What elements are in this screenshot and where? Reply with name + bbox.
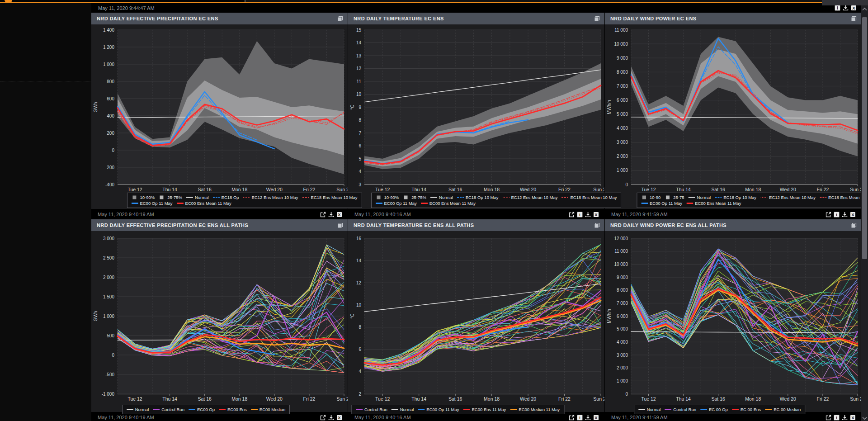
- scrollbar-thumb[interactable]: [862, 17, 867, 259]
- legend-item-10-90[interactable]: 10-90%: [131, 194, 155, 200]
- legend-item-10-90[interactable]: 10-90: [641, 194, 660, 200]
- excel-icon[interactable]: X: [593, 212, 599, 218]
- legend-item-ec18-op-10-may[interactable]: EC18 Op 10 May: [457, 194, 499, 200]
- legend-marker: [430, 195, 437, 199]
- download-icon[interactable]: [842, 415, 848, 421]
- excel-icon[interactable]: X: [593, 415, 599, 421]
- legend-item-ec00-op[interactable]: EC00 Op: [189, 407, 215, 412]
- info-icon[interactable]: i: [577, 415, 583, 421]
- legend-item-ec00-ens[interactable]: EC00 Ens: [219, 407, 247, 412]
- svg-text:i: i: [836, 416, 837, 420]
- legend-item-ec-00-median[interactable]: EC 00 Median: [765, 407, 801, 412]
- y-axis-label: MWh/h: [607, 309, 612, 323]
- download-icon[interactable]: [843, 5, 849, 11]
- legend-item-ec-00-ens[interactable]: EC 00 Ens: [732, 407, 761, 412]
- x-tick-label: Tue 12: [127, 396, 142, 402]
- legend-label: Normal: [400, 407, 414, 412]
- export-icon[interactable]: [826, 415, 831, 421]
- export-icon[interactable]: [826, 212, 831, 218]
- legend-item-10-90[interactable]: 10-90%: [376, 194, 399, 200]
- restore-icon[interactable]: [594, 222, 600, 228]
- legend-item-ec12-ens-mean-10-may[interactable]: EC12 Ens Mean 10 May: [243, 194, 298, 200]
- dashboard-header-bar: May 11, 2020 9:44:47 AM iX: [91, 3, 861, 13]
- legend-item-ec-00-op[interactable]: EC 00 Op: [700, 407, 728, 412]
- y-tick-label: 10 000: [614, 42, 628, 47]
- download-icon[interactable]: [328, 212, 334, 218]
- excel-icon[interactable]: X: [336, 212, 342, 218]
- legend-item-ec12-ens-mean-10-may[interactable]: EC12 Ens Mean 10 May: [503, 194, 558, 200]
- legend-item-ec00-median[interactable]: EC00 Median: [251, 407, 286, 412]
- panel-grid: NRD DAILY EFFECTIVE PRECIPITATION EC ENS…: [91, 13, 861, 421]
- legend-label: 25-75%: [411, 194, 426, 200]
- info-icon[interactable]: i: [834, 415, 840, 421]
- excel-icon[interactable]: X: [850, 212, 856, 218]
- legend-item-control-run[interactable]: Control Run: [153, 407, 184, 412]
- legend-item-ec00-op-11-may[interactable]: EC00 Op 11 May: [131, 200, 172, 206]
- legend-item-ec00-op-11-may[interactable]: EC00 Op 11 May: [376, 200, 417, 206]
- legend-item-ec00-median-11-may[interactable]: EC00 Median 11 May: [510, 407, 560, 412]
- download-icon[interactable]: [842, 212, 848, 218]
- chart-legend: NormalControl RunEC00 OpEC00 EnsEC00 Med…: [122, 405, 290, 414]
- y-axis-label: °C: [350, 313, 355, 318]
- excel-icon[interactable]: X: [851, 5, 857, 11]
- download-icon[interactable]: [328, 415, 334, 421]
- legend-item-ec18-op-10-may[interactable]: EC18 Op 10 May: [715, 194, 756, 200]
- excel-icon[interactable]: X: [850, 415, 856, 421]
- legend-item-normal[interactable]: Normal: [127, 407, 149, 412]
- restore-icon[interactable]: [337, 16, 343, 22]
- legend-marker: [421, 201, 428, 205]
- legend-item-25-75[interactable]: 25-75: [665, 194, 684, 200]
- legend-item-normal[interactable]: Normal: [392, 407, 414, 412]
- legend-item-control-run[interactable]: Control Run: [356, 407, 387, 412]
- restore-icon[interactable]: [337, 222, 343, 228]
- legend-marker: [463, 407, 470, 412]
- chart-canvas: 11 00010 0009 0008 0007 0006 0005 0004 0…: [605, 24, 861, 207]
- export-icon[interactable]: [320, 212, 326, 218]
- excel-icon[interactable]: X: [336, 415, 342, 421]
- download-icon[interactable]: [585, 212, 591, 218]
- legend-item-25-75[interactable]: 25-75%: [403, 194, 426, 200]
- chart-legend: 10-9025-75NormalEC18 Op 10 MayEC12 Ens M…: [637, 193, 868, 208]
- info-icon[interactable]: i: [835, 5, 840, 11]
- legend-item-ec18-ens-mean-10-may[interactable]: EC18 Ens Mean 10 May: [562, 194, 617, 200]
- header-icon-row: iX: [835, 5, 857, 11]
- y-axis-label: GWh: [93, 311, 98, 322]
- restore-icon[interactable]: [851, 16, 857, 22]
- legend-marker: [689, 195, 695, 199]
- legend-item-ec00-ens-mean-11-may[interactable]: EC00 Ens Mean 11 May: [177, 200, 231, 206]
- chart-legend: 10-90%25-75%NormalEC18 OpEC12 Ens Mean 1…: [127, 193, 362, 208]
- chevron-down-icon[interactable]: [862, 415, 868, 421]
- legend-item-normal[interactable]: Normal: [689, 194, 711, 200]
- legend-item-ec18-op[interactable]: EC18 Op: [213, 194, 239, 200]
- panel-nrd-daily-effective-precipitation-ec-ens-all-paths: NRD DAILY EFFECTIVE PRECIPITATION EC ENS…: [91, 219, 348, 421]
- legend-item-ec18-ens-mean-10-may[interactable]: EC18 Ens Mean 10 May: [820, 194, 868, 200]
- legend-item-ec00-op-11-may[interactable]: EC00 Op 11 May: [418, 407, 459, 412]
- legend-label: EC18 Op 10 May: [723, 194, 756, 200]
- download-icon[interactable]: [585, 415, 591, 421]
- x-tick-label: Mon 18: [745, 396, 761, 402]
- y-tick-label: 2 000: [617, 154, 628, 159]
- export-icon[interactable]: [569, 415, 575, 421]
- legend-item-ec12-ens-mean-10-may[interactable]: EC12 Ens Mean 10 May: [760, 194, 816, 200]
- chevron-up-icon[interactable]: [862, 6, 868, 12]
- export-icon[interactable]: [569, 212, 575, 218]
- legend-item-ec00-ens-mean-11-may[interactable]: EC00 Ens Mean 11 May: [421, 200, 476, 206]
- restore-icon[interactable]: [851, 222, 857, 228]
- legend-item-25-75[interactable]: 25-75%: [159, 194, 182, 200]
- info-icon[interactable]: i: [577, 212, 583, 218]
- legend-item-control-run[interactable]: Control Run: [665, 407, 696, 412]
- restore-icon[interactable]: [594, 16, 600, 22]
- legend-item-ec00-ens-mean-11-may[interactable]: EC00 Ens Mean 11 May: [686, 200, 741, 206]
- legend-item-ec00-op-11-may[interactable]: EC00 Op 11 May: [641, 200, 682, 206]
- info-icon[interactable]: i: [834, 212, 840, 218]
- legend-item-normal[interactable]: Normal: [430, 194, 453, 200]
- legend-item-ec18-ens-mean-10-may[interactable]: EC18 Ens Mean 10 May: [302, 194, 358, 200]
- chart-area: 11 00010 0009 0008 0007 0006 0005 0004 0…: [605, 24, 861, 209]
- svg-text:i: i: [837, 6, 838, 10]
- vertical-scrollbar[interactable]: [861, 5, 868, 421]
- export-icon[interactable]: [320, 415, 326, 421]
- legend-item-normal[interactable]: Normal: [638, 407, 661, 412]
- legend-item-ec00-ens-11-may[interactable]: EC00 Ens 11 May: [463, 407, 506, 412]
- legend-item-normal[interactable]: Normal: [186, 194, 209, 200]
- y-tick-label: 8: [359, 325, 361, 330]
